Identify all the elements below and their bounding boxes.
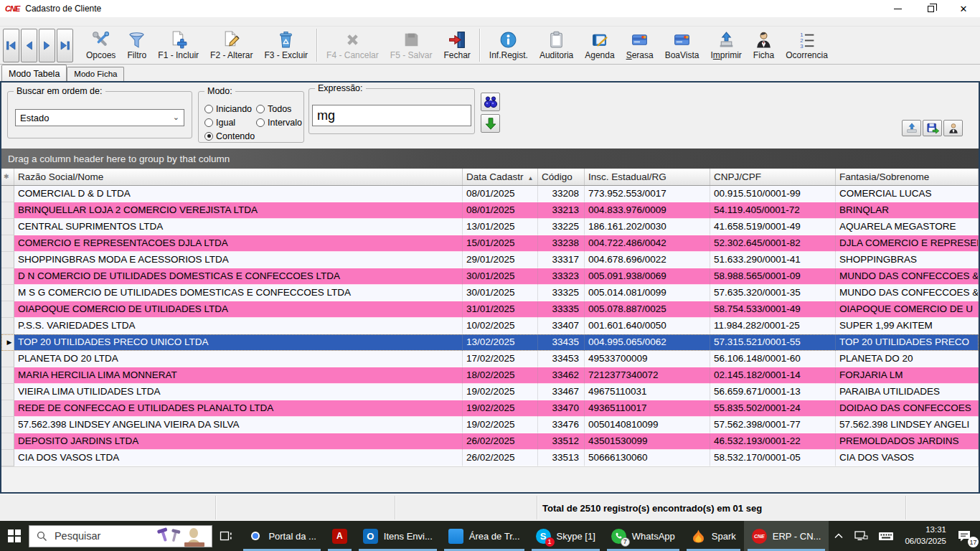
audit-label: Auditoria <box>540 50 573 60</box>
mode-radio[interactable]: Contendo <box>204 129 256 143</box>
table-row[interactable]: ▶ DEPOSITO JARDINS LTDA 26/02/2025 33512… <box>1 433 979 450</box>
restore-button[interactable] <box>914 0 947 17</box>
order-combobox[interactable]: Estado ⌄ <box>15 109 184 126</box>
whatsapp-badge: 7 <box>621 537 630 547</box>
cell-insc-estadual: 001.601.640/0050 <box>585 318 710 334</box>
task-view-button[interactable] <box>212 521 240 551</box>
occurrence-button[interactable]: 123 Ocorrencia <box>780 27 834 63</box>
status-divider <box>215 496 216 519</box>
taskbar-app-whatsapp[interactable]: 7 WhatsApp <box>603 521 683 551</box>
taskbar-app-desktop[interactable]: Área de Tr... <box>440 521 528 551</box>
table-row[interactable]: ▶ COMERCIAL D & D LTDA 08/01/2025 33208 … <box>1 186 979 202</box>
taskbar-app-spark[interactable]: Spark <box>683 521 744 551</box>
whatsapp-label: WhatsApp <box>632 531 675 542</box>
record-card-button[interactable]: Ficha <box>748 27 780 63</box>
f1-include-button[interactable]: F1 - Incluir <box>152 27 204 63</box>
boavista-button[interactable]: BoaVista <box>659 27 705 63</box>
chevron-down-icon: ⌄ <box>173 113 179 122</box>
table-row[interactable]: ▶ PLANETA DO 20 LTDA 17/02/2025 33453 49… <box>1 351 979 367</box>
header-razao-social[interactable]: Razão Social/Nome <box>14 169 463 185</box>
table-row[interactable]: ▶ CIA DOS VASOS LTDA 26/02/2025 33513 50… <box>1 450 979 466</box>
options-button[interactable]: Opcoes <box>80 27 121 63</box>
search-next-button[interactable] <box>481 114 500 133</box>
tray-keyboard-button[interactable] <box>873 521 899 551</box>
cell-data-cadastro: 30/01/2025 <box>463 285 538 301</box>
table-row[interactable]: ▶ REDE DE CONFECCAO E UTILIDADES PLANALT… <box>1 400 979 417</box>
export-print-button[interactable] <box>902 120 921 136</box>
mode-radio[interactable]: Todos <box>256 102 308 116</box>
minimize-button[interactable] <box>881 0 914 17</box>
header-data-cadastro[interactable]: Data Cadastr▲ <box>463 169 538 185</box>
mode-radio[interactable]: Igual <box>204 116 256 129</box>
table-row[interactable]: ▶ 57.562.398 LINDSEY ANGELINA VIEIRA DA … <box>1 417 979 433</box>
table-row[interactable]: ▶ VIEIRA LIMA UTILIDADES LTDA 19/02/2025… <box>1 384 979 400</box>
expression-input[interactable] <box>312 105 471 126</box>
header-cnpj-cpf[interactable]: CNPJ/CPF <box>710 169 836 185</box>
f2-edit-button[interactable]: F2 - Alterar <box>204 27 258 63</box>
header-insc-estadual[interactable]: Insc. Estadual/RG <box>585 169 710 185</box>
taskbar-app-skype[interactable]: S 1 Skype [1] <box>528 521 603 551</box>
search-button[interactable] <box>481 93 500 111</box>
table-row[interactable]: ▶ TOP 20 UTILIDADES PRECO UNICO LTDA 13/… <box>1 334 979 351</box>
mode-radio[interactable]: Iniciando <box>204 102 256 116</box>
next-record-button[interactable] <box>39 29 55 62</box>
taskbar-app-erp[interactable]: CNE ERP - CN... <box>744 521 829 551</box>
mode-radio[interactable]: Intervalo <box>256 116 308 129</box>
taskbar-app-outlook[interactable]: O Itens Envi... <box>355 521 440 551</box>
close-form-button[interactable]: Fechar <box>438 27 476 63</box>
header-codigo[interactable]: Código <box>538 169 585 185</box>
filter-button[interactable]: Filtro <box>121 27 152 63</box>
cell-fantasia: MUNDO DAS CONFECCOES & <box>836 268 979 285</box>
table-row[interactable]: ▶ BRINQUELLAR LOJA 2 COMERCIO VEREJISTA … <box>1 202 979 219</box>
save-export-icon <box>926 123 939 134</box>
table-row[interactable]: ▶ COMERCIO E REPRESENTACOES DJLA LTDA 15… <box>1 235 979 252</box>
table-row[interactable]: ▶ P.S.S. VARIEDADES LTDA 10/02/2025 3340… <box>1 318 979 334</box>
header-fantasia[interactable]: Fantasia/Sobrenome <box>836 169 979 185</box>
first-record-button[interactable] <box>3 29 19 62</box>
taskbar-app-acrobat[interactable]: A <box>324 521 355 551</box>
table-row[interactable]: ▶ D N COMERCIO DE UTILIDADES DOMESTICAS … <box>1 268 979 285</box>
taskbar-search-box[interactable]: Pesquisar <box>29 525 212 547</box>
cell-codigo: 33238 <box>538 235 585 252</box>
serasa-button[interactable]: Serasa <box>621 27 659 63</box>
table-row[interactable]: ▶ OIAPOQUE COMERCIO DE UTILIDADES LTDA 3… <box>1 301 979 318</box>
previous-record-button[interactable] <box>21 29 37 62</box>
notification-center-button[interactable]: 17 <box>952 521 980 551</box>
tab-modo-ficha[interactable]: Modo Ficha <box>67 67 124 81</box>
f3-delete-button[interactable]: F3 - Excluir <box>258 27 314 63</box>
start-button[interactable] <box>0 521 29 551</box>
cell-fantasia: AQUARELA MEGASTORE <box>836 219 979 235</box>
tray-time: 13:31 <box>905 524 946 536</box>
tab-modo-tabela[interactable]: Modo Tabela <box>1 65 67 81</box>
table-row[interactable]: ▶ M S G COMERCIO DE UTILIDADES DOMESTICA… <box>1 285 979 301</box>
row-indicator: ▶ <box>1 334 14 351</box>
print-button[interactable]: Imprimir <box>705 27 747 63</box>
cell-razao-social: MARIA HERCILIA LIMA MONNERAT <box>14 367 463 384</box>
f3-delete-label: F3 - Excluir <box>264 50 308 60</box>
cell-cnpj-cpf: 41.658.519/0001-49 <box>710 219 836 235</box>
register-info-button[interactable]: Inf.Regist. <box>484 27 534 63</box>
row-indicator: ▶ <box>1 301 14 318</box>
group-by-bar[interactable]: Drag a column header here to group by th… <box>1 149 979 169</box>
cell-cnpj-cpf: 56.659.671/0001-13 <box>710 384 836 400</box>
tray-chevron-button[interactable] <box>829 521 849 551</box>
info-icon <box>499 30 518 50</box>
customer-card-button[interactable] <box>943 120 963 136</box>
tray-network-button[interactable] <box>849 521 873 551</box>
cell-insc-estadual: 004.833.976/0009 <box>585 202 710 219</box>
last-record-button[interactable] <box>57 29 73 62</box>
table-row[interactable]: ▶ SHOPPINGBRAS MODA E ACESSORIOS LTDA 29… <box>1 252 979 268</box>
cell-codigo: 33470 <box>538 400 585 417</box>
taskbar-app-chrome[interactable]: Portal da ... <box>240 521 324 551</box>
close-button[interactable]: ✕ <box>947 0 980 17</box>
agenda-button[interactable]: Agenda <box>579 27 620 63</box>
table-row[interactable]: ▶ MARIA HERCILIA LIMA MONNERAT 18/02/202… <box>1 367 979 384</box>
tray-clock[interactable]: 13:31 06/03/2025 <box>899 524 952 547</box>
search-box-art <box>153 527 209 550</box>
search-icon <box>37 531 47 542</box>
export-save-button[interactable] <box>923 120 942 136</box>
audit-button[interactable]: Auditoria <box>534 27 579 63</box>
table-row[interactable]: ▶ CENTRAL SUPRIMENTOS LTDA 13/01/2025 33… <box>1 219 979 235</box>
cell-codigo: 33225 <box>538 219 585 235</box>
task-view-icon <box>220 529 232 542</box>
